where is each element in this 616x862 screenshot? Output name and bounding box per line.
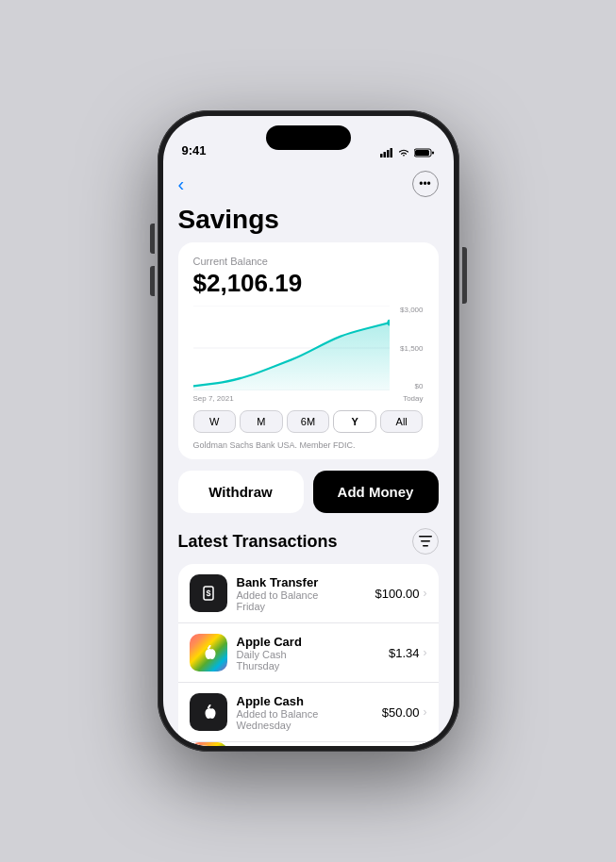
scroll-area[interactable]: ‹ ••• Savings Current Balance $2,106.19 — [163, 163, 454, 746]
svg-rect-1 — [383, 152, 386, 157]
time-range-6m[interactable]: 6M — [287, 410, 330, 433]
svg-rect-0 — [380, 154, 383, 157]
y-label-0: $0 — [415, 382, 424, 390]
apple-cash-icon — [190, 693, 227, 731]
apple-card-name-1: Apple Card — [237, 635, 389, 649]
x-label-end: Today — [403, 394, 423, 403]
bank-transfer-icon: $ — [190, 574, 227, 612]
bank-transfer-name: Bank Transfer — [237, 575, 375, 589]
transaction-apple-card-1[interactable]: Apple Card Daily Cash Thursday $1.34 › — [178, 623, 439, 683]
status-time: 9:41 — [182, 143, 207, 157]
apple-cash-details: Apple Cash Added to Balance Wednesday — [237, 694, 382, 731]
more-icon: ••• — [419, 177, 431, 191]
transactions-title: Latest Transactions — [178, 532, 338, 552]
bank-transfer-details: Bank Transfer Added to Balance Friday — [237, 575, 375, 612]
time-range-y[interactable]: Y — [333, 410, 376, 433]
wifi-icon — [397, 148, 410, 157]
bank-note: Goldman Sachs Bank USA. Member FDIC. — [193, 440, 424, 450]
apple-card-details-1: Apple Card Daily Cash Thursday — [237, 635, 389, 671]
add-money-button[interactable]: Add Money — [313, 471, 439, 513]
battery-icon — [414, 148, 435, 157]
transaction-apple-card-2[interactable]: Apple Card $6.27 › — [178, 742, 439, 746]
y-label-1500: $1,500 — [400, 344, 423, 353]
svg-rect-11 — [419, 536, 432, 538]
back-button[interactable]: ‹ — [178, 174, 185, 195]
withdraw-button[interactable]: Withdraw — [178, 471, 304, 513]
chevron-icon-2: › — [424, 646, 427, 659]
filter-button[interactable] — [412, 528, 439, 555]
chevron-icon-3: › — [424, 705, 427, 719]
chevron-icon: › — [424, 587, 427, 600]
power-button — [462, 247, 467, 304]
apple-cash-sub2: Wednesday — [237, 720, 382, 731]
savings-chart — [193, 306, 390, 390]
page-title: Savings — [178, 205, 439, 235]
action-buttons: Withdraw Add Money — [178, 471, 439, 513]
svg-rect-13 — [423, 545, 428, 547]
apple-cash-name: Apple Cash — [237, 694, 382, 708]
svg-rect-3 — [390, 148, 392, 157]
volume-up-button — [150, 224, 155, 254]
svg-rect-6 — [432, 152, 434, 155]
status-icons — [380, 148, 435, 157]
apple-card-amount-1: $1.34 — [389, 646, 420, 660]
balance-amount: $2,106.19 — [193, 269, 424, 298]
filter-icon — [419, 536, 432, 547]
apple-cash-sub1: Added to Balance — [237, 708, 382, 720]
transaction-apple-cash[interactable]: Apple Cash Added to Balance Wednesday $5… — [178, 683, 439, 742]
svg-text:$: $ — [206, 588, 210, 598]
y-label-3000: $3,000 — [400, 306, 423, 314]
nav-row: ‹ ••• — [178, 163, 439, 201]
apple-logo-icon — [199, 643, 218, 662]
bank-transfer-sub1: Added to Balance — [237, 589, 375, 601]
bank-transfer-right: $100.00 › — [375, 587, 427, 601]
phone-screen: 9:41 — [163, 116, 454, 746]
dynamic-island — [266, 125, 351, 150]
time-range-m[interactable]: M — [240, 410, 283, 433]
transactions-header: Latest Transactions — [178, 528, 439, 555]
apple-card-sub1-1: Daily Cash — [237, 649, 389, 660]
svg-rect-12 — [421, 540, 430, 542]
svg-rect-2 — [387, 150, 390, 157]
balance-label: Current Balance — [193, 256, 424, 267]
x-label-start: Sep 7, 2021 — [193, 394, 234, 403]
time-range-selector: W M 6M Y All — [193, 410, 424, 433]
apple-cash-amount: $50.00 — [382, 705, 420, 720]
balance-card: Current Balance $2,106.19 — [178, 242, 439, 459]
apple-cash-right: $50.00 › — [382, 705, 427, 720]
transaction-bank-transfer[interactable]: $ Bank Transfer Added to Balance Friday … — [178, 564, 439, 623]
time-range-w[interactable]: W — [193, 410, 237, 433]
apple-card-right-1: $1.34 › — [389, 646, 427, 660]
time-range-all[interactable]: All — [380, 410, 424, 433]
signal-icon — [380, 148, 393, 157]
phone-frame: 9:41 — [158, 110, 459, 752]
transactions-list: $ Bank Transfer Added to Balance Friday … — [178, 564, 439, 746]
bank-transfer-amount: $100.00 — [375, 587, 420, 601]
volume-down-button — [150, 266, 155, 296]
bank-transfer-sub2: Friday — [237, 601, 375, 612]
screen-content: ‹ ••• Savings Current Balance $2,106.19 — [163, 116, 454, 746]
chart-y-labels: $3,000 $1,500 $0 — [400, 306, 423, 390]
apple-logo-2-icon — [198, 702, 219, 722]
apple-card-icon — [190, 634, 227, 671]
chart-area: $3,000 $1,500 $0 — [193, 306, 424, 390]
more-button[interactable]: ••• — [412, 171, 439, 197]
apple-card2-icon — [190, 742, 227, 746]
chart-x-labels: Sep 7, 2021 Today — [193, 394, 424, 403]
apple-card-sub2-1: Thursday — [237, 660, 389, 671]
svg-rect-5 — [415, 150, 429, 156]
dollar-icon: $ — [199, 584, 218, 603]
